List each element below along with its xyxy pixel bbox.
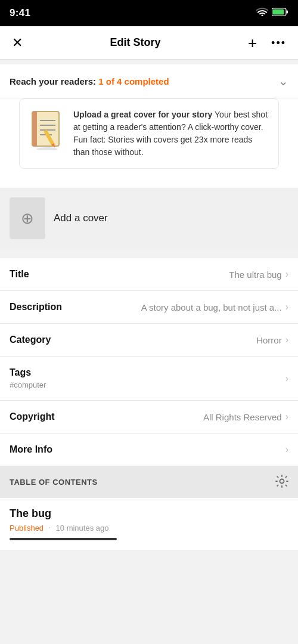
status-bar: 9:41 bbox=[0, 0, 298, 26]
tip-card-container: Upload a great cover for your story Your… bbox=[0, 98, 298, 188]
description-chevron-icon: › bbox=[285, 302, 288, 312]
header-right: + ••• bbox=[246, 33, 288, 53]
tags-row[interactable]: Tags #computer › bbox=[0, 357, 298, 401]
category-label: Category bbox=[10, 335, 51, 345]
add-cover-section[interactable]: ⊕ Add a cover bbox=[0, 188, 298, 249]
plus-circle-icon: ⊕ bbox=[21, 209, 34, 228]
copyright-row-left: Copyright bbox=[10, 411, 55, 422]
toc-item-progress-bar bbox=[10, 538, 117, 540]
wifi-icon bbox=[256, 8, 268, 18]
title-row-left: Title bbox=[10, 269, 29, 280]
toc-title: TABLE OF CONTENTS bbox=[10, 478, 98, 487]
separator-1 bbox=[0, 253, 298, 258]
tip-card: Upload a great cover for your story Your… bbox=[19, 98, 279, 169]
tags-sub: #computer bbox=[10, 380, 46, 389]
copyright-value: All Rights Reserved bbox=[203, 412, 282, 422]
category-row[interactable]: Category Horror › bbox=[0, 324, 298, 357]
copyright-chevron-icon: › bbox=[285, 411, 288, 422]
battery-icon bbox=[272, 8, 288, 18]
category-value: Horror bbox=[256, 335, 282, 345]
toc-item-title: The bug bbox=[10, 507, 288, 520]
header-left: ✕ bbox=[10, 34, 25, 52]
status-icons bbox=[256, 8, 288, 18]
toc-item[interactable]: The bug Published · 10 minutes ago bbox=[0, 498, 298, 550]
more-info-label: More Info bbox=[10, 444, 52, 455]
copyright-row[interactable]: Copyright All Rights Reserved › bbox=[0, 401, 298, 434]
category-row-left: Category bbox=[10, 335, 51, 345]
readers-banner-text: Reach your readers: 1 of 4 completed bbox=[10, 76, 169, 86]
description-row[interactable]: Description A story about a bug, but not… bbox=[0, 291, 298, 324]
svg-rect-2 bbox=[273, 10, 284, 15]
tags-chevron-icon: › bbox=[285, 373, 288, 384]
tip-title: Upload a great cover for your story bbox=[73, 110, 212, 119]
header: ✕ Edit Story + ••• bbox=[0, 26, 298, 60]
more-info-row-right: › bbox=[285, 444, 288, 455]
readers-prefix: Reach your readers: bbox=[10, 76, 98, 86]
tip-illustration bbox=[29, 109, 65, 150]
more-info-chevron-icon: › bbox=[285, 444, 288, 455]
toc-header: TABLE OF CONTENTS bbox=[0, 466, 298, 498]
toc-item-meta: Published · 10 minutes ago bbox=[10, 522, 288, 533]
close-button[interactable]: ✕ bbox=[10, 34, 25, 52]
svg-rect-4 bbox=[32, 112, 37, 146]
page-title: Edit Story bbox=[110, 36, 160, 49]
readers-banner[interactable]: Reach your readers: 1 of 4 completed ⌄ bbox=[0, 64, 298, 98]
category-row-right: Horror › bbox=[256, 335, 288, 345]
svg-point-11 bbox=[36, 147, 58, 150]
toc-item-separator: · bbox=[48, 522, 51, 533]
readers-completed: 1 of 4 completed bbox=[98, 76, 169, 86]
tags-row-left: Tags #computer bbox=[10, 367, 46, 389]
tip-text: Upload a great cover for your story Your… bbox=[73, 109, 269, 159]
copyright-row-right: All Rights Reserved › bbox=[203, 411, 288, 422]
title-label: Title bbox=[10, 269, 29, 280]
more-button[interactable]: ••• bbox=[269, 35, 288, 51]
chevron-down-icon: ⌄ bbox=[278, 74, 288, 88]
gear-icon bbox=[275, 481, 288, 490]
svg-rect-1 bbox=[287, 11, 288, 14]
add-cover-label: Add a cover bbox=[54, 212, 108, 224]
title-row-right: The ultra bug › bbox=[229, 269, 288, 280]
more-info-row[interactable]: More Info › bbox=[0, 434, 298, 466]
tags-row-right: › bbox=[285, 373, 288, 384]
toc-settings-button[interactable] bbox=[275, 475, 288, 490]
toc-item-status: Published bbox=[10, 524, 44, 532]
status-time: 9:41 bbox=[10, 7, 30, 19]
description-label: Description bbox=[10, 302, 62, 312]
title-chevron-icon: › bbox=[285, 269, 288, 280]
add-cover-placeholder: ⊕ bbox=[10, 197, 45, 239]
svg-point-12 bbox=[280, 479, 284, 484]
description-value: A story about a bug, but not just a... bbox=[141, 302, 282, 312]
toc-item-time: 10 minutes ago bbox=[56, 524, 109, 532]
category-chevron-icon: › bbox=[285, 335, 288, 345]
add-button[interactable]: + bbox=[246, 33, 259, 53]
more-info-row-left: More Info bbox=[10, 444, 52, 455]
title-value: The ultra bug bbox=[229, 270, 281, 280]
description-row-left: Description bbox=[10, 302, 62, 312]
title-row[interactable]: Title The ultra bug › bbox=[0, 258, 298, 291]
tags-label: Tags bbox=[10, 367, 46, 378]
copyright-label: Copyright bbox=[10, 411, 55, 422]
description-row-right: A story about a bug, but not just a... › bbox=[141, 302, 288, 312]
form-section: Title The ultra bug › Description A stor… bbox=[0, 258, 298, 466]
